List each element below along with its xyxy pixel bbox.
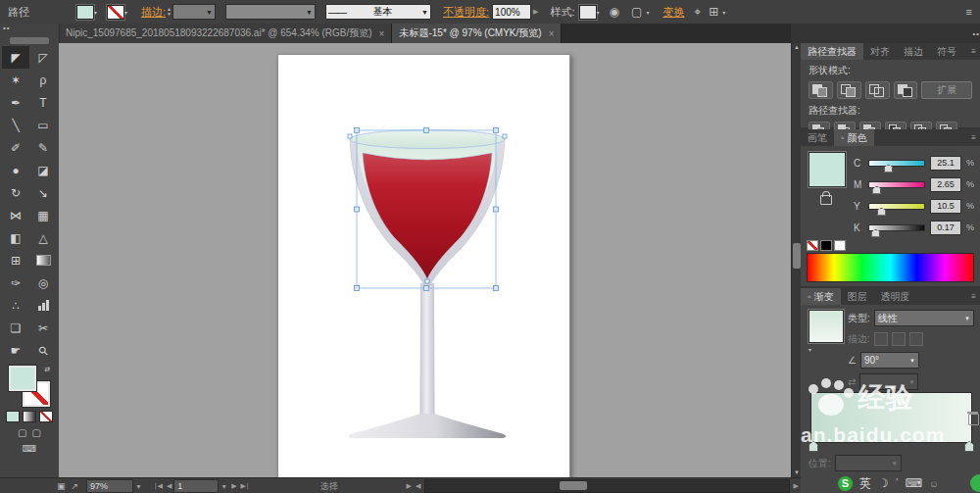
- prev-artboard-icon[interactable]: ◀: [167, 482, 172, 490]
- gradient-mode-button[interactable]: [23, 411, 36, 422]
- gradient-swatch-dropdown-icon[interactable]: ▾: [808, 347, 811, 353]
- blend-tool[interactable]: ◎: [29, 271, 57, 294]
- column-graph-tool[interactable]: [29, 294, 57, 317]
- scroll-left-icon[interactable]: ◀: [416, 482, 420, 490]
- artboard-dropdown-icon[interactable]: ▼: [220, 483, 227, 490]
- free-transform-tool[interactable]: ▦: [29, 204, 57, 226]
- draw-behind-mode-icon[interactable]: ▢: [32, 427, 41, 438]
- status-icon-1[interactable]: ▣: [57, 481, 66, 491]
- align-dropdown-icon[interactable]: ▾: [722, 9, 725, 16]
- ime-language-toggle[interactable]: 英: [859, 475, 871, 492]
- style-swatch[interactable]: [579, 5, 597, 20]
- tools-collapse-icon[interactable]: ••: [0, 24, 59, 35]
- tab-layers[interactable]: 图层: [841, 288, 874, 305]
- stroke-dropdown-icon[interactable]: ▾: [124, 9, 127, 16]
- channel-value-box[interactable]: 0.17: [930, 221, 961, 235]
- first-artboard-icon[interactable]: ∣◀: [154, 482, 163, 490]
- tab-transparency[interactable]: 透明度: [874, 288, 917, 305]
- panel-menu-icon[interactable]: ≡: [971, 133, 976, 142]
- select-similar-icon[interactable]: ▢: [631, 5, 642, 19]
- zoom-level-box[interactable]: 97%: [86, 479, 133, 493]
- white-swatch[interactable]: [834, 240, 846, 251]
- expand-button[interactable]: 扩展: [921, 81, 972, 99]
- channel-slider[interactable]: [868, 181, 925, 188]
- wine-glass-artwork[interactable]: [278, 55, 569, 477]
- ime-tick-icon[interactable]: ’: [896, 476, 899, 490]
- fill-dropdown-icon[interactable]: ▾: [94, 9, 97, 16]
- lasso-tool[interactable]: ρ: [29, 69, 57, 91]
- symbol-sprayer-tool[interactable]: ∴: [2, 294, 29, 317]
- delete-stop-icon[interactable]: [968, 414, 979, 425]
- slice-tool[interactable]: ✂: [29, 317, 57, 339]
- moon-icon[interactable]: ☽: [878, 476, 889, 490]
- channel-slider[interactable]: [868, 224, 925, 231]
- mesh-tool[interactable]: ⊞: [2, 249, 29, 271]
- none-mode-button[interactable]: [39, 411, 53, 422]
- shape-builder-tool[interactable]: ◧: [2, 226, 29, 249]
- reverse-gradient-icon[interactable]: ⇄: [848, 376, 856, 387]
- next-artboard-icon[interactable]: ▶: [231, 482, 236, 490]
- type-tool[interactable]: T: [29, 91, 57, 114]
- channel-slider-thumb[interactable]: [871, 229, 880, 237]
- blob-brush-tool[interactable]: ●: [2, 159, 29, 181]
- pencil-tool[interactable]: ✎: [29, 136, 57, 159]
- eyedropper-tool[interactable]: ✑: [2, 271, 29, 294]
- exclude-button[interactable]: [894, 81, 918, 99]
- opacity-expand-icon[interactable]: ▶: [533, 8, 538, 16]
- recolor-artwork-icon[interactable]: ◉: [610, 5, 619, 19]
- tab-stroke[interactable]: 描边: [897, 43, 930, 60]
- select-similar-dropdown-icon[interactable]: ▾: [646, 9, 649, 16]
- rotate-tool[interactable]: ↻: [2, 181, 29, 204]
- gradient-preview-bar[interactable]: [810, 392, 972, 443]
- eraser-tool[interactable]: ◪: [29, 159, 57, 181]
- keyboard-icon[interactable]: ⌨: [905, 476, 921, 490]
- status-icon-2[interactable]: ↗: [72, 481, 79, 491]
- gradient-type-dropdown[interactable]: 线性▼: [874, 310, 974, 326]
- gradient-slider[interactable]: ▼: [810, 392, 972, 443]
- color-spectrum-bar[interactable]: [807, 253, 974, 282]
- control-panel-menu-icon[interactable]: ≡: [966, 6, 972, 18]
- black-swatch[interactable]: [820, 240, 832, 251]
- fill-proxy-swatch[interactable]: [9, 366, 36, 391]
- tab-gradient[interactable]: ◦ 渐变: [801, 288, 841, 305]
- distribute-icon[interactable]: ⊞: [709, 5, 718, 19]
- zoom-dropdown-icon[interactable]: ▼: [135, 483, 142, 490]
- artboard[interactable]: [277, 54, 570, 477]
- pen-tool[interactable]: ✒: [2, 91, 29, 114]
- brush-definition-dropdown[interactable]: ——基本▼: [325, 4, 431, 20]
- document-tab-1[interactable]: Nipic_15097685_20180518093222687036.ai* …: [59, 24, 392, 43]
- panel-menu-icon[interactable]: ≡: [971, 47, 976, 56]
- color-fill-swatch[interactable]: [808, 152, 846, 187]
- stroke-weight-stepper[interactable]: ▲▼: [167, 7, 172, 17]
- screen-mode-icon[interactable]: ⌨: [23, 443, 36, 454]
- tab-align[interactable]: 对齐: [863, 43, 897, 60]
- person-icon[interactable]: ☺: [929, 478, 939, 489]
- channel-value-box[interactable]: 2.65: [930, 177, 961, 192]
- channel-value-box[interactable]: 25.1: [930, 156, 961, 171]
- channel-slider-thumb[interactable]: [872, 186, 881, 194]
- opacity-value-box[interactable]: 100%: [492, 4, 531, 20]
- intersect-button[interactable]: [865, 81, 890, 99]
- transform-link[interactable]: 变换: [662, 5, 684, 20]
- horizontal-scroll-thumb[interactable]: [560, 481, 587, 490]
- channel-slider[interactable]: [868, 203, 925, 210]
- minus-front-button[interactable]: [837, 81, 861, 99]
- scale-tool[interactable]: ↘: [29, 181, 57, 204]
- swap-fill-stroke-icon[interactable]: ⇄: [44, 366, 50, 373]
- perspective-grid-tool[interactable]: △: [29, 226, 57, 249]
- stroke-weight-label[interactable]: 描边:: [141, 5, 166, 20]
- selection-tool[interactable]: ◤: [2, 46, 29, 69]
- width-profile-dropdown[interactable]: ▼: [225, 4, 316, 20]
- stroke-color-swatch[interactable]: [107, 5, 124, 20]
- opacity-label[interactable]: 不透明度:: [443, 5, 489, 20]
- none-swatch[interactable]: [807, 240, 818, 251]
- paintbrush-tool[interactable]: ✐: [2, 136, 29, 159]
- style-dropdown-icon[interactable]: ▾: [597, 9, 600, 16]
- canvas-pasteboard[interactable]: [59, 43, 791, 477]
- gradient-midpoint-icon[interactable]: ▼: [888, 384, 896, 393]
- align-icon[interactable]: ⌖: [694, 5, 701, 19]
- artboard-number-box[interactable]: 1: [173, 479, 219, 493]
- artboard-tool[interactable]: ❏: [2, 317, 29, 339]
- rectangle-tool[interactable]: ▭: [29, 114, 57, 136]
- ime-green-button[interactable]: [970, 474, 980, 492]
